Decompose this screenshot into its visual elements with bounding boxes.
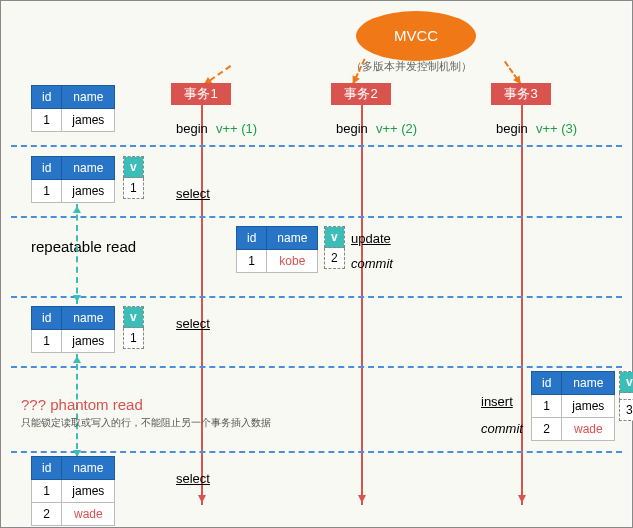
snapshot-final: idname 1james 2wade [31, 456, 115, 526]
commit-op: commit [481, 421, 523, 436]
phantom-read-label: ??? phantom read [21, 396, 143, 413]
begin-text: begin [336, 121, 368, 136]
mvcc-subtitle: （多版本并发控制机制） [351, 59, 472, 74]
version-box: v3 [619, 371, 633, 421]
update-op: update [351, 231, 391, 246]
tx1-label: 事务1 [171, 83, 231, 105]
insert-op: insert [481, 394, 513, 409]
commit-op: commit [351, 256, 393, 271]
version-box: v1 [123, 306, 144, 349]
select-op: select [176, 316, 210, 331]
snapshot-v1-again: idname 1james [31, 306, 115, 353]
tx3-label: 事务3 [491, 83, 551, 105]
snapshot-tx2: idname 1kobe [236, 226, 318, 273]
tx3-timeline [521, 105, 523, 505]
select-op: select [176, 186, 210, 201]
tx2-label: 事务2 [331, 83, 391, 105]
divider [11, 145, 622, 147]
tx1-timeline [201, 105, 203, 505]
version-box: v1 [123, 156, 144, 199]
version-inc: v++ (2) [376, 121, 417, 136]
divider [11, 216, 622, 218]
divider [11, 366, 622, 368]
version-box: v2 [324, 226, 345, 269]
diagram-frame: MVCC （多版本并发控制机制） 事务1 事务2 事务3 begin v++ (… [0, 0, 633, 528]
link-icon [76, 204, 78, 304]
select-op: select [176, 471, 210, 486]
divider [11, 296, 622, 298]
snapshot-v1: idname 1james [31, 156, 115, 203]
version-inc: v++ (1) [216, 121, 257, 136]
mvcc-badge: MVCC [356, 11, 476, 61]
snapshot-initial: idname 1james [31, 85, 115, 132]
phantom-note: 只能锁定读取或写入的行，不能阻止另一个事务插入数据 [21, 416, 271, 430]
begin-text: begin [176, 121, 208, 136]
divider [11, 451, 622, 453]
snapshot-tx3: idname 1james 2wade [531, 371, 615, 441]
repeatable-read-label: repeatable read [31, 238, 136, 255]
begin-text: begin [496, 121, 528, 136]
version-inc: v++ (3) [536, 121, 577, 136]
tx2-timeline [361, 105, 363, 505]
